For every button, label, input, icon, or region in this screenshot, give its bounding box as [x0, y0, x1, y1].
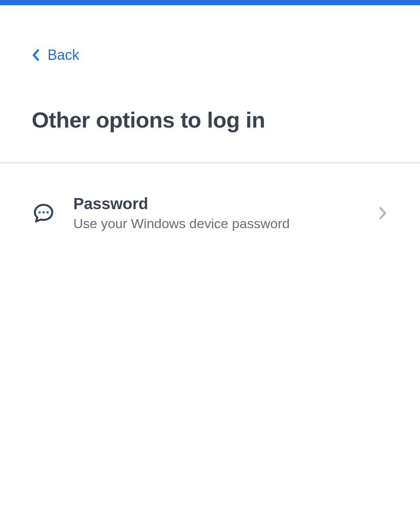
svg-point-2 [46, 211, 49, 214]
option-password[interactable]: Password Use your Windows device passwor… [32, 191, 388, 235]
password-bubble-icon [32, 201, 55, 225]
page-title: Other options to log in [32, 107, 388, 133]
svg-point-0 [38, 211, 41, 214]
svg-point-1 [42, 211, 45, 214]
chevron-right-icon [377, 205, 388, 221]
back-button[interactable]: Back [32, 47, 79, 63]
option-description: Use your Windows device password [73, 216, 359, 231]
option-content: Password Use your Windows device passwor… [73, 195, 359, 231]
options-list: Password Use your Windows device passwor… [0, 163, 420, 263]
top-accent-bar [0, 0, 420, 5]
chevron-left-icon [32, 49, 40, 61]
back-label: Back [48, 47, 79, 63]
option-title: Password [73, 195, 359, 213]
header-section: Back Other options to log in [0, 5, 420, 163]
